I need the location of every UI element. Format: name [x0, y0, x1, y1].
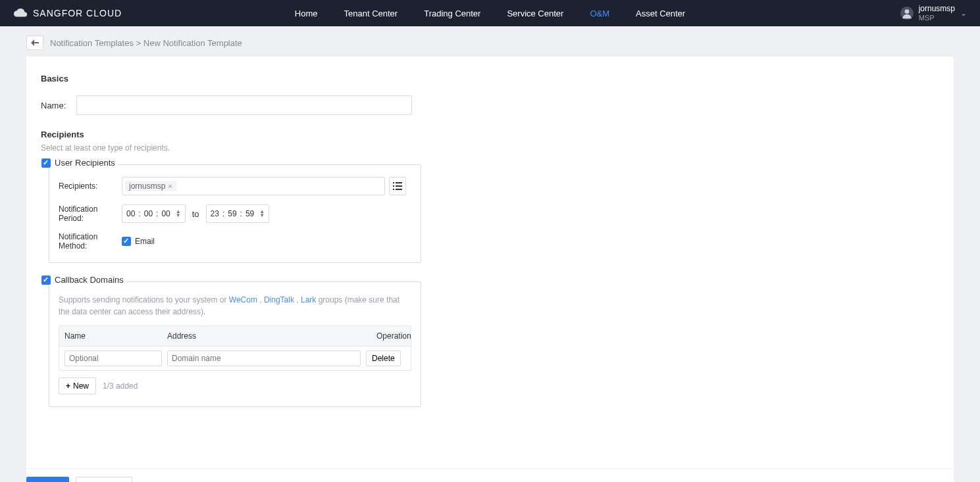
col-header-name: Name: [59, 326, 162, 346]
recipient-tag: jornusmsp ×: [125, 181, 176, 191]
svg-rect-6: [393, 189, 394, 190]
email-checkbox[interactable]: [122, 237, 131, 246]
nav-item-tenant-center[interactable]: Tenant Center: [344, 9, 398, 18]
dingtalk-link[interactable]: DingTalk: [264, 295, 294, 304]
wecom-link[interactable]: WeCom: [229, 295, 257, 304]
add-domain-button[interactable]: + New: [59, 377, 96, 395]
recipients-label: Recipients:: [59, 181, 122, 191]
col-header-address: Address: [162, 326, 371, 346]
svg-point-1: [904, 9, 909, 14]
avatar-icon: [900, 7, 914, 20]
col-header-operation: Operation: [371, 326, 411, 346]
delete-row-button[interactable]: Delete: [366, 350, 401, 366]
user-role: MSP: [919, 14, 955, 22]
row-name-input[interactable]: [64, 350, 162, 366]
callback-domains-checkbox[interactable]: [41, 276, 51, 285]
svg-rect-7: [396, 189, 402, 190]
callback-help-text: Supports sending notifications to your s…: [59, 294, 411, 318]
section-basics-title: Basics: [41, 74, 939, 84]
top-nav-bar: SANGFOR CLOUD HomeTenant CenterTrading C…: [0, 0, 980, 26]
recipients-picker-button[interactable]: [389, 177, 406, 195]
remove-tag-icon[interactable]: ×: [168, 182, 172, 190]
method-label: Notification Method:: [59, 232, 122, 251]
cloud-logo-icon: [13, 6, 28, 20]
user-name: jornusmsp: [919, 5, 955, 14]
plus-icon: +: [66, 381, 70, 391]
cancel-button[interactable]: Cancel: [76, 477, 132, 482]
chevron-down-icon: ⌄: [960, 9, 967, 18]
user-recipients-fieldset: User Recipients Recipients: jornusmsp × …: [49, 164, 421, 263]
callback-table: Name Address Operation Delete: [59, 325, 411, 371]
callback-domains-fieldset: Callback Domains Supports sending notifi…: [49, 281, 421, 407]
table-row: Delete: [59, 346, 411, 370]
brand-logo: SANGFOR CLOUD: [13, 6, 122, 20]
user-menu[interactable]: jornusmsp MSP ⌄: [900, 5, 967, 22]
time-spinner-icon[interactable]: ▲▼: [259, 210, 265, 218]
nav-item-service-center[interactable]: Service Center: [507, 9, 563, 18]
name-label: Name:: [41, 101, 76, 110]
section-recipients-title: Recipients: [41, 130, 939, 139]
svg-rect-4: [393, 185, 394, 187]
form-footer: OK Cancel: [26, 468, 954, 482]
nav-item-asset-center[interactable]: Asset Center: [636, 9, 685, 18]
arrow-left-icon: [31, 39, 39, 46]
breadcrumb-current: New Notification Template: [143, 38, 242, 48]
period-label: Notification Period:: [59, 205, 122, 223]
lark-link[interactable]: Lark: [301, 295, 316, 304]
recipients-subtitle: Select at least one type of recipients.: [41, 143, 939, 153]
time-to-input[interactable]: 23: 59: 59 ▲▼: [206, 205, 270, 223]
to-label: to: [192, 209, 199, 219]
nav-item-home[interactable]: Home: [295, 9, 318, 18]
svg-rect-3: [396, 182, 402, 183]
email-label: Email: [135, 237, 155, 246]
breadcrumb-parent[interactable]: Notification Templates: [50, 38, 134, 48]
row-address-input[interactable]: [167, 350, 361, 366]
form-panel: Basics Name: Recipients Select at least …: [26, 57, 954, 482]
svg-rect-2: [393, 182, 394, 183]
domain-count: 1/3 added: [103, 381, 138, 391]
breadcrumb: Notification Templates > New Notificatio…: [50, 38, 242, 48]
back-button[interactable]: [26, 36, 43, 50]
breadcrumb-bar: Notification Templates > New Notificatio…: [26, 26, 954, 57]
list-icon: [393, 182, 402, 190]
main-nav: HomeTenant CenterTrading CenterService C…: [295, 9, 685, 18]
callback-domains-legend: Callback Domains: [55, 275, 124, 285]
nav-item-o-m[interactable]: O&M: [590, 9, 609, 18]
time-from-input[interactable]: 00: 00: 00 ▲▼: [122, 205, 186, 223]
nav-item-trading-center[interactable]: Trading Center: [424, 9, 480, 18]
brand-text: SANGFOR CLOUD: [33, 8, 122, 18]
recipients-input[interactable]: jornusmsp ×: [122, 177, 385, 195]
ok-button[interactable]: OK: [26, 477, 69, 482]
name-input[interactable]: [76, 95, 412, 115]
time-spinner-icon[interactable]: ▲▼: [176, 210, 181, 218]
user-recipients-legend: User Recipients: [55, 158, 115, 168]
svg-rect-5: [396, 185, 402, 187]
user-recipients-checkbox[interactable]: [41, 158, 51, 168]
